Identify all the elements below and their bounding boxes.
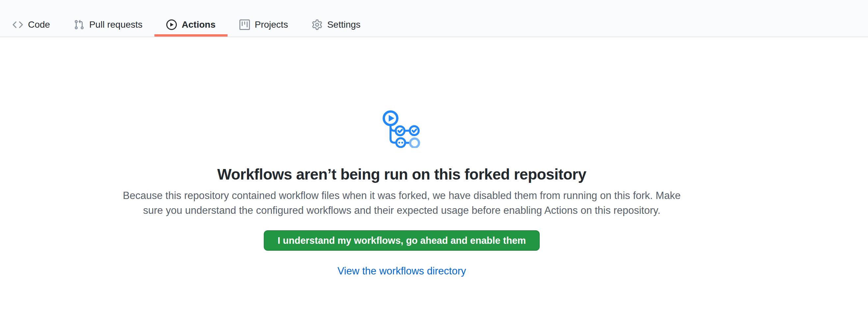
repo-tab-nav: Code Pull requests Actions Projects Sett… — [0, 0, 868, 37]
tab-code-label: Code — [28, 20, 50, 29]
view-workflows-directory-link[interactable]: View the workflows directory — [338, 265, 466, 277]
tab-pull-requests[interactable]: Pull requests — [62, 15, 154, 37]
tab-projects[interactable]: Projects — [227, 15, 300, 37]
enable-workflows-button[interactable]: I understand my workflows, go ahead and … — [264, 230, 540, 251]
tab-settings[interactable]: Settings — [300, 15, 372, 37]
tab-actions[interactable]: Actions — [154, 15, 227, 37]
project-icon — [239, 20, 250, 30]
git-pull-request-icon — [74, 20, 84, 30]
blankslate-title: Workflows aren’t being run on this forke… — [0, 165, 803, 184]
workflow-graph-icon — [383, 111, 421, 148]
blankslate-description: Because this repository contained workfl… — [0, 188, 803, 218]
blankslate-description-line1: Because this repository contained workfl… — [0, 188, 803, 203]
tab-pull-requests-label: Pull requests — [89, 20, 143, 29]
tab-projects-label: Projects — [255, 20, 288, 29]
tab-actions-label: Actions — [182, 20, 216, 29]
gear-icon — [312, 20, 322, 30]
blankslate-description-line2: sure you understand the configured workf… — [0, 203, 803, 218]
play-icon — [166, 20, 177, 30]
tab-settings-label: Settings — [327, 20, 361, 29]
actions-disabled-blankslate: Workflows aren’t being run on this forke… — [0, 37, 803, 277]
tab-code[interactable]: Code — [1, 15, 62, 37]
code-icon — [12, 20, 23, 30]
